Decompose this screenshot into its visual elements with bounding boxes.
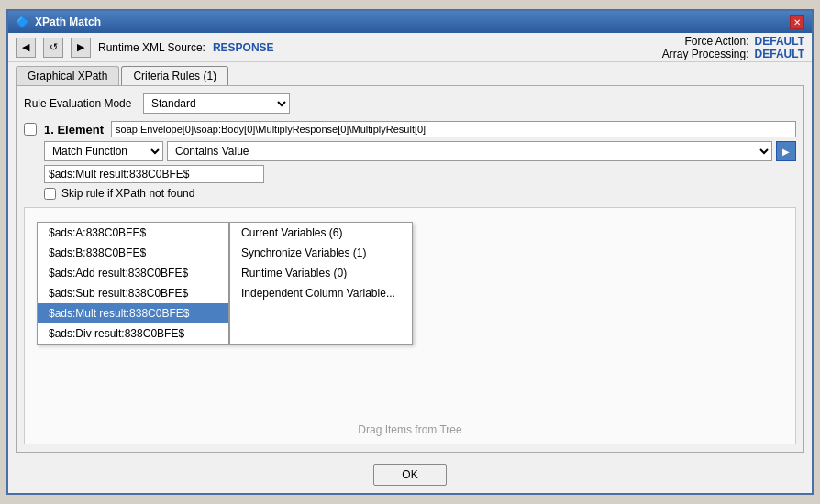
close-button[interactable]: ✕ [790, 15, 804, 29]
rule-eval-row: Rule Evaluation Mode Standard [24, 93, 796, 114]
force-value: DEFAULT [755, 35, 804, 48]
element-section: 1. Element Match Function Contains Value… [24, 121, 796, 200]
element-path-input[interactable] [111, 121, 796, 137]
rule-eval-select[interactable]: Standard [143, 93, 290, 114]
forward-button[interactable]: ▶ [71, 38, 91, 58]
force-row: Force Action: DEFAULT [685, 35, 804, 48]
var-sync[interactable]: Synchronize Variables (1) [230, 243, 412, 263]
title-bar-left: 🔷 XPath Match [16, 16, 101, 28]
forward-icon: ▶ [77, 41, 84, 53]
refresh-button[interactable]: ↺ [43, 38, 63, 58]
dropdown-container: $ads:A:838C0BFE$ $ads:B:838C0BFE$ $ads:A… [37, 222, 413, 345]
title-bar: 🔷 XPath Match ✕ [8, 11, 812, 33]
window-title: XPath Match [35, 16, 101, 28]
window-icon: 🔷 [16, 16, 29, 28]
array-row: Array Processing: DEFAULT [662, 48, 804, 60]
variable-input[interactable] [44, 165, 264, 183]
element-title: 1. Element [44, 123, 104, 137]
match-function-select[interactable]: Match Function [44, 141, 163, 161]
element-header: 1. Element [24, 121, 796, 137]
runtime-value: RESPONSE [213, 41, 274, 54]
dropdown-list: $ads:A:838C0BFE$ $ads:B:838C0BFE$ $ads:A… [37, 222, 229, 345]
tab-bar: Graphical XPath Criteria Rules (1) [8, 62, 812, 85]
runtime-label: Runtime XML Source: [98, 41, 205, 54]
array-label: Array Processing: [662, 48, 749, 60]
contains-value-select[interactable]: Contains Value [167, 141, 772, 161]
rule-eval-label: Rule Evaluation Mode [24, 97, 134, 110]
match-action-icon: ▶ [782, 147, 790, 157]
dropdown-item-b[interactable]: $ads:B:838C0BFE$ [38, 243, 228, 263]
dropdown-item-div[interactable]: $ads:Div result:838C0BFE$ [38, 323, 228, 344]
tab-graphical-xpath[interactable]: Graphical XPath [16, 66, 119, 85]
element-checkbox[interactable] [24, 123, 37, 136]
skip-checkbox[interactable] [44, 188, 56, 200]
dropdown-item-add[interactable]: $ads:Add result:838C0BFE$ [38, 263, 228, 283]
dropdown-item-mult[interactable]: $ads:Mult result:838C0BFE$ [38, 303, 228, 323]
variable-row [24, 165, 796, 183]
match-action-button[interactable]: ▶ [776, 141, 796, 161]
refresh-icon: ↺ [50, 41, 58, 53]
array-value: DEFAULT [755, 48, 804, 60]
match-row: Match Function Contains Value ▶ [24, 141, 796, 161]
var-current[interactable]: Current Variables (6) [230, 223, 412, 243]
var-independent[interactable]: Independent Column Variable... [230, 283, 412, 303]
dropdown-item-sub[interactable]: $ads:Sub result:838C0BFE$ [38, 283, 228, 303]
skip-label: Skip rule if XPath not found [61, 187, 194, 200]
toolbar: ◀ ↺ ▶ Runtime XML Source: RESPONSE Force… [8, 33, 812, 62]
dropdown-item-a[interactable]: $ads:A:838C0BFE$ [38, 223, 228, 243]
drag-area-text: Drag Items from Tree [358, 423, 461, 436]
back-icon: ◀ [22, 41, 29, 53]
skip-row: Skip rule if XPath not found [24, 187, 796, 200]
back-button[interactable]: ◀ [16, 38, 36, 58]
main-window: 🔷 XPath Match ✕ ◀ ↺ ▶ Runtime XML Source… [6, 9, 814, 495]
content-area: Rule Evaluation Mode Standard 1. Element… [16, 85, 804, 453]
tab-criteria-rules[interactable]: Criteria Rules (1) [121, 66, 228, 85]
footer: OK [8, 456, 812, 493]
ok-button[interactable]: OK [373, 464, 446, 486]
var-runtime[interactable]: Runtime Variables (0) [230, 263, 412, 283]
force-label: Force Action: [685, 35, 749, 48]
toolbar-right: Force Action: DEFAULT Array Processing: … [662, 35, 804, 60]
variables-panel: Current Variables (6) Synchronize Variab… [229, 222, 413, 345]
